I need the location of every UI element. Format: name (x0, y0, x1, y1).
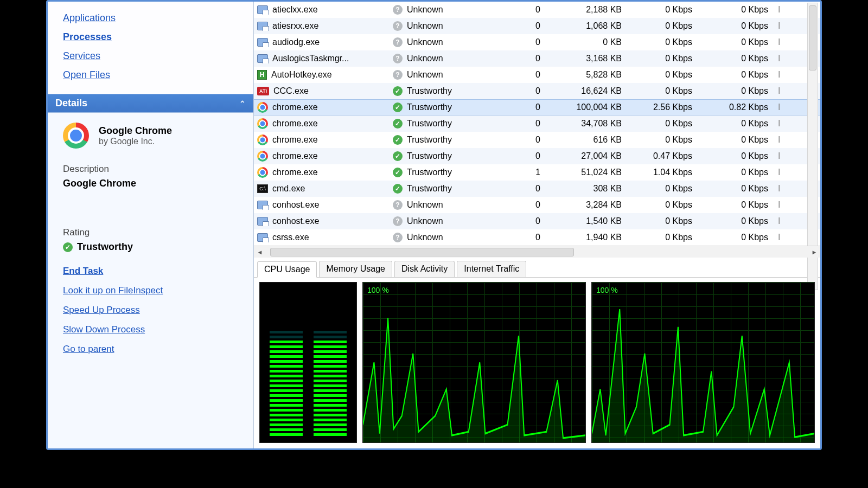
details-panel-header[interactable]: Details ⌃ (48, 94, 253, 113)
unknown-icon (393, 37, 403, 47)
charts-area: 100 % 100 % (254, 277, 820, 448)
tab-disk-activity[interactable]: Disk Activity (394, 261, 455, 277)
tab-internet-traffic[interactable]: Internet Traffic (457, 261, 526, 277)
process-row[interactable]: HAutoHotkey.exeUnknown05,828 KB0 Kbps0 K… (254, 67, 820, 83)
process-file-icon (257, 217, 268, 226)
row-overflow-indicator: I (778, 86, 789, 96)
process-memory: 34,708 KB (550, 119, 631, 129)
row-overflow-indicator: I (778, 54, 789, 63)
process-row[interactable]: chrome.exeTrustworthy027,004 KB0.47 Kbps… (254, 148, 820, 164)
process-row[interactable]: audiodg.exeUnknown00 KB0 Kbps0 KbpsI (254, 34, 820, 50)
process-table[interactable]: atieclxx.exeUnknown02,188 KB0 Kbps0 Kbps… (254, 2, 820, 246)
end-task-link[interactable]: End Task (63, 266, 238, 277)
rating-value: Trustworthy (77, 241, 133, 253)
process-file-icon (257, 233, 268, 242)
nav-applications[interactable]: Applications (63, 12, 238, 24)
process-row[interactable]: AuslogicsTaskmgr...Unknown03,168 KB0 Kbp… (254, 50, 820, 67)
process-memory: 2,188 KB (550, 5, 631, 15)
process-net-up: 0 Kbps (702, 200, 778, 210)
main-panel: atieclxx.exeUnknown02,188 KB0 Kbps0 Kbps… (254, 2, 820, 448)
process-row[interactable]: ATICCC.exeTrustworthy016,624 KB0 Kbps0 K… (254, 83, 820, 99)
cpu-history-chart-2: 100 % (591, 282, 815, 443)
trustworthy-icon (393, 184, 403, 194)
process-row[interactable]: chrome.exeTrustworthy034,708 KB0 Kbps0 K… (254, 115, 820, 132)
row-overflow-indicator: I (778, 119, 789, 129)
process-cpu: 0 (501, 151, 550, 161)
process-net-up: 0 Kbps (702, 5, 778, 15)
process-net-down: 0 Kbps (631, 119, 702, 129)
process-file-icon (257, 38, 268, 47)
process-row[interactable]: C:\cmd.exeTrustworthy0308 KB0 Kbps0 Kbps… (254, 181, 820, 197)
chrome-icon (257, 134, 268, 145)
process-net-down: 0 Kbps (631, 135, 702, 145)
process-cpu: 0 (501, 119, 550, 129)
process-net-up: 0 Kbps (702, 184, 778, 194)
trustworthy-icon (393, 86, 403, 96)
process-cpu: 0 (501, 21, 550, 31)
horizontal-scrollbar[interactable]: ◄ ► (254, 246, 820, 258)
process-rating: Unknown (407, 21, 443, 31)
process-name: conhost.exe (272, 200, 319, 210)
process-rating: Trustworthy (407, 135, 452, 145)
tab-memory-usage[interactable]: Memory Usage (319, 261, 392, 277)
process-row[interactable]: atieclxx.exeUnknown02,188 KB0 Kbps0 Kbps… (254, 2, 820, 18)
process-rating: Trustworthy (407, 184, 452, 194)
process-row[interactable]: conhost.exeUnknown01,540 KB0 Kbps0 KbpsI (254, 213, 820, 229)
sidebar-nav: Applications Processes Services Open Fil… (48, 2, 253, 94)
row-overflow-indicator: I (778, 168, 789, 177)
process-row[interactable]: conhost.exeUnknown03,284 KB0 Kbps0 KbpsI (254, 197, 820, 213)
go-parent-link[interactable]: Go to parent (63, 344, 238, 355)
process-net-down: 0 Kbps (631, 233, 702, 242)
chrome-icon (257, 167, 268, 178)
process-name: chrome.exe (272, 151, 318, 161)
process-file-icon (257, 54, 268, 63)
process-cpu: 0 (501, 86, 550, 96)
nav-processes[interactable]: Processes (63, 31, 238, 43)
rating-label: Rating (63, 227, 238, 238)
process-row[interactable]: atiesrxx.exeUnknown01,068 KB0 Kbps0 Kbps… (254, 18, 820, 34)
process-net-up: 0 Kbps (702, 70, 778, 80)
process-rating: Unknown (407, 70, 443, 80)
nav-services[interactable]: Services (63, 50, 238, 62)
process-net-up: 0 Kbps (702, 37, 778, 47)
scroll-right-arrow-icon[interactable]: ► (808, 249, 820, 255)
process-row[interactable]: chrome.exeTrustworthy0616 KB0 Kbps0 Kbps… (254, 132, 820, 148)
trustworthy-icon (393, 119, 403, 129)
row-overflow-indicator: I (778, 184, 789, 194)
slow-down-link[interactable]: Slow Down Process (63, 324, 238, 335)
tab-cpu-usage[interactable]: CPU Usage (257, 261, 317, 278)
process-file-icon (257, 5, 268, 14)
process-net-down: 0 Kbps (631, 200, 702, 210)
collapse-chevron-icon: ⌃ (239, 99, 246, 108)
process-net-down: 0 Kbps (631, 37, 702, 47)
details-title: Details (55, 98, 87, 109)
task-manager-window: Applications Processes Services Open Fil… (46, 0, 822, 450)
process-net-up: 0 Kbps (702, 86, 778, 96)
process-row[interactable]: chrome.exeTrustworthy0100,004 KB2.56 Kbp… (254, 99, 820, 115)
nav-open-files[interactable]: Open Files (63, 69, 238, 81)
row-overflow-indicator: I (778, 200, 789, 210)
process-row[interactable]: csrss.exeUnknown01,940 KB0 Kbps0 KbpsI (254, 229, 820, 246)
chrome-icon (257, 102, 268, 113)
process-net-down: 0 Kbps (631, 184, 702, 194)
trustworthy-icon (63, 242, 73, 252)
lookup-link[interactable]: Look it up on FileInspect (63, 285, 238, 296)
process-name: chrome.exe (272, 168, 318, 177)
process-name: chrome.exe (272, 102, 318, 112)
process-net-up: 0 Kbps (702, 119, 778, 129)
scroll-left-arrow-icon[interactable]: ◄ (254, 249, 266, 255)
description-label: Description (63, 164, 238, 175)
process-rating: Unknown (407, 5, 443, 15)
unknown-icon (393, 200, 403, 210)
process-row[interactable]: chrome.exeTrustworthy151,024 KB1.04 Kbps… (254, 164, 820, 181)
process-memory: 5,828 KB (550, 70, 631, 80)
process-net-down: 2.56 Kbps (631, 102, 702, 112)
horizontal-scrollbar-thumb[interactable] (270, 248, 574, 256)
vertical-scrollbar-thumb[interactable] (809, 5, 816, 70)
row-overflow-indicator: I (778, 102, 789, 112)
unknown-icon (393, 21, 403, 31)
speed-up-link[interactable]: Speed Up Process (63, 305, 238, 316)
description-value: Google Chrome (63, 178, 238, 189)
process-net-up: 0 Kbps (702, 54, 778, 63)
process-net-down: 1.04 Kbps (631, 168, 702, 177)
